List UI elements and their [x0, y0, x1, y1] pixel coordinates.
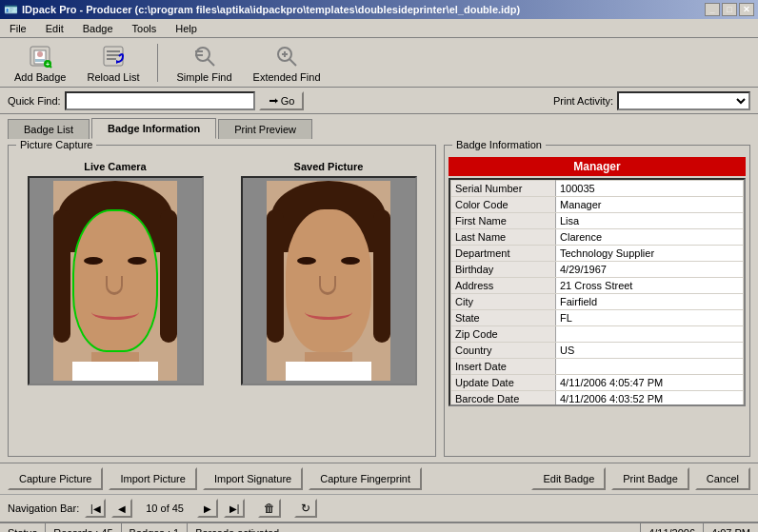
badge-field-value	[556, 359, 744, 375]
badge-field-value: 21 Cross Street	[556, 278, 744, 294]
badge-field-value: Lisa	[556, 213, 744, 229]
badge-info-row: StateFL	[451, 310, 744, 326]
badge-field-label: Serial Number	[451, 181, 556, 197]
print-activity-select[interactable]	[617, 91, 750, 110]
print-badge-button[interactable]: Print Badge	[611, 467, 688, 490]
badge-info-row: Last NameClarence	[451, 229, 744, 246]
badge-field-label: Color Code	[451, 197, 556, 213]
menu-bar: File Edit Badge Tools Help	[0, 19, 758, 38]
nav-first-button[interactable]: |◀	[85, 499, 106, 518]
badge-info-row: CityFairfield	[451, 294, 744, 310]
badge-field-value: Fairfield	[556, 294, 744, 310]
saved-picture-column: Saved Picture	[241, 161, 417, 385]
badge-info-row: Barcode Date4/11/2006 4:03:52 PM	[451, 391, 744, 407]
toolbar-separator	[157, 44, 158, 82]
saved-picture-label: Saved Picture	[294, 161, 364, 172]
badge-field-label: City	[451, 294, 556, 310]
nav-prev-button[interactable]: ◀	[111, 499, 132, 518]
badge-field-label: Birthday	[451, 262, 556, 278]
badge-info-row: Birthday4/29/1967	[451, 262, 744, 278]
reload-list-label: Reload List	[87, 71, 139, 83]
live-camera-frame	[28, 176, 204, 385]
badge-info-row: Color CodeManager	[451, 197, 744, 213]
nav-last-button[interactable]: ▶|	[224, 499, 245, 518]
title-text: IDpack Pro - Producer (c:\program files\…	[22, 4, 520, 15]
badge-field-label: Zip Code	[451, 326, 556, 343]
badge-field-value: 100035	[556, 181, 744, 197]
svg-line-13	[208, 59, 214, 66]
badge-field-value: Technology Supplier	[556, 246, 744, 262]
badge-header: Manager	[449, 157, 746, 176]
nav-bar: Navigation Bar: |◀ ◀ 10 of 45 ▶ ▶| 🗑 ↻	[0, 494, 758, 522]
simple-find-button[interactable]: Simple Find	[170, 40, 238, 86]
badge-field-value: Manager	[556, 197, 744, 213]
picture-capture-title: Picture Capture	[16, 139, 96, 150]
nav-bar-label: Navigation Bar:	[8, 502, 79, 514]
nav-delete-button[interactable]: 🗑	[258, 499, 281, 518]
nav-next-button[interactable]: ▶	[197, 499, 218, 518]
quick-find-label: Quick Find:	[8, 95, 61, 107]
nav-refresh-button[interactable]: ↻	[294, 499, 317, 518]
tab-bar: Badge List Badge Information Print Previ…	[0, 114, 758, 139]
capture-fingerprint-button[interactable]: Capture Fingerprint	[309, 467, 422, 490]
picture-capture-panel: Picture Capture Live Camera	[8, 145, 436, 457]
badge-field-label: Country	[451, 343, 556, 359]
add-badge-icon: +	[27, 43, 53, 69]
reload-list-button[interactable]: Reload List	[80, 40, 146, 86]
title-bar: 🪪 IDpack Pro - Producer (c:\program file…	[0, 0, 758, 19]
badge-field-value: 4/11/2006 4:05:47 PM	[556, 375, 744, 391]
action-buttons-bar: Capture Picture Import Picture Import Si…	[0, 463, 758, 494]
status-badges: Badges : 1	[122, 523, 189, 532]
badge-field-value	[556, 326, 744, 343]
svg-rect-14	[195, 50, 203, 52]
menu-file[interactable]: File	[4, 21, 32, 36]
tab-print-preview[interactable]: Print Preview	[218, 119, 312, 139]
close-button[interactable]: ✕	[739, 3, 754, 16]
nav-count: 10 of 45	[138, 502, 191, 514]
badge-info-row: Serial Number100035	[451, 181, 744, 197]
menu-tools[interactable]: Tools	[127, 21, 163, 36]
status-time: 4:07 PM	[704, 523, 758, 532]
badge-field-label: Insert Date	[451, 359, 556, 375]
badge-info-scroll[interactable]: Serial Number100035Color CodeManagerFirs…	[449, 178, 746, 406]
edit-badge-button[interactable]: Edit Badge	[531, 467, 606, 490]
badge-field-value: Clarence	[556, 229, 744, 246]
badge-info-row: Update Date4/11/2006 4:05:47 PM	[451, 375, 744, 391]
import-signature-button[interactable]: Import Signature	[203, 467, 303, 490]
svg-rect-9	[107, 54, 120, 56]
badge-field-label: Last Name	[451, 229, 556, 246]
capture-picture-button[interactable]: Capture Picture	[8, 467, 103, 490]
badge-info-row: DepartmentTechnology Supplier	[451, 246, 744, 262]
badge-field-value: US	[556, 343, 744, 359]
extended-find-icon	[273, 43, 300, 69]
badge-info-table: Serial Number100035Color CodeManagerFirs…	[450, 180, 744, 406]
tab-badge-information[interactable]: Badge Information	[91, 118, 216, 139]
badge-info-row: Insert Date	[451, 359, 744, 375]
minimize-button[interactable]: _	[705, 3, 720, 16]
toolbar: + Add Badge Reload List	[0, 38, 758, 88]
quick-find-input[interactable]	[65, 91, 255, 110]
maximize-button[interactable]: □	[722, 3, 737, 16]
add-badge-button[interactable]: + Add Badge	[8, 40, 72, 86]
status-status: Status	[0, 523, 46, 532]
import-picture-button[interactable]: Import Picture	[109, 467, 196, 490]
app-icon: 🪪	[4, 3, 18, 16]
status-date: 4/11/2006	[641, 523, 704, 532]
svg-text:+: +	[46, 61, 50, 68]
menu-badge[interactable]: Badge	[77, 21, 119, 36]
go-arrow-icon: ⮕	[269, 95, 279, 107]
badge-info-row: Address21 Cross Street	[451, 278, 744, 294]
menu-help[interactable]: Help	[170, 21, 203, 36]
quick-find-bar: Quick Find: ⮕ Go Print Activity:	[0, 88, 758, 114]
go-button[interactable]: ⮕ Go	[259, 91, 305, 110]
simple-find-icon	[191, 43, 218, 69]
svg-rect-3	[35, 59, 45, 62]
status-bar: Status Records : 45 Badges : 1 Barcode a…	[0, 522, 758, 532]
cancel-button[interactable]: Cancel	[695, 467, 750, 490]
badge-field-label: State	[451, 310, 556, 326]
badge-field-label: Update Date	[451, 375, 556, 391]
menu-edit[interactable]: Edit	[40, 21, 70, 36]
tab-badge-list[interactable]: Badge List	[8, 119, 90, 139]
extended-find-button[interactable]: Extended Find	[247, 40, 328, 86]
live-camera-label: Live Camera	[84, 161, 146, 172]
